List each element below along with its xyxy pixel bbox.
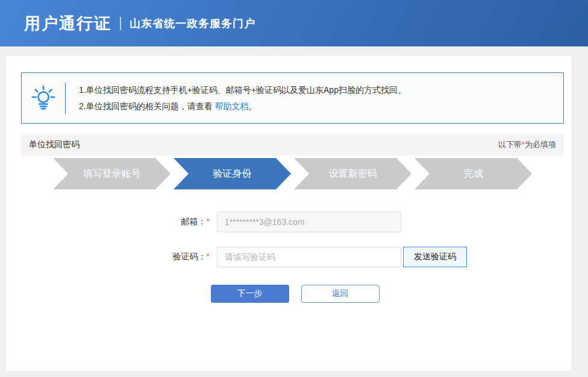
required-fields-note: 以下带*为必填项 (498, 139, 556, 150)
send-code-button[interactable]: 发送验证码 (403, 247, 467, 267)
email-row: 邮箱：* (149, 212, 564, 232)
code-input[interactable] (217, 247, 401, 267)
next-step-button[interactable]: 下一步 (211, 285, 289, 303)
step-done: 完成 (414, 158, 532, 189)
lightbulb-icon (22, 84, 65, 112)
notice-line-2: 2.单位找回密码的相关问题，请查看 帮助文档。 (79, 98, 406, 115)
email-field (217, 212, 401, 232)
code-label: 验证码：* (149, 252, 210, 262)
code-row: 验证码：* 发送验证码 (149, 247, 564, 267)
step-fill-account: 填写登录账号 (53, 158, 170, 189)
help-doc-link[interactable]: 帮助文档 (215, 101, 249, 111)
main-card: 1.单位找回密码流程支持手机+验证码、邮箱号+验证码以及爱山东App扫脸的方式找… (6, 56, 571, 371)
back-button[interactable]: 返回 (301, 285, 380, 303)
header-divider (120, 17, 121, 30)
step-wizard: 填写登录账号 验证身份 设置新密码 完成 (21, 158, 564, 189)
email-required-asterisk: * (207, 217, 210, 226)
email-label: 邮箱：* (149, 217, 210, 227)
section-title-bar: 单位找回密码 以下带*为必填项 (21, 134, 564, 156)
recover-form: 邮箱：* 验证码：* 发送验证码 下一步 返回 (21, 212, 564, 303)
page-title: 用户通行证 (24, 13, 111, 34)
step-set-new-password: 设置新密码 (294, 158, 411, 189)
step-verify-identity: 验证身份 (174, 158, 291, 189)
portal-subtitle: 山东省统一政务服务门户 (130, 16, 255, 31)
notice-text: 1.单位找回密码流程支持手机+验证码、邮箱号+验证码以及爱山东App扫脸的方式找… (66, 82, 406, 115)
app-header: 用户通行证 山东省统一政务服务门户 (0, 0, 588, 46)
actions-row: 下一步 返回 (21, 285, 564, 303)
notice-box: 1.单位找回密码流程支持手机+验证码、邮箱号+验证码以及爱山东App扫脸的方式找… (21, 72, 564, 124)
code-required-asterisk: * (207, 252, 210, 261)
section-title: 单位找回密码 (29, 139, 80, 150)
notice-line-1: 1.单位找回密码流程支持手机+验证码、邮箱号+验证码以及爱山东App扫脸的方式找… (79, 82, 406, 98)
